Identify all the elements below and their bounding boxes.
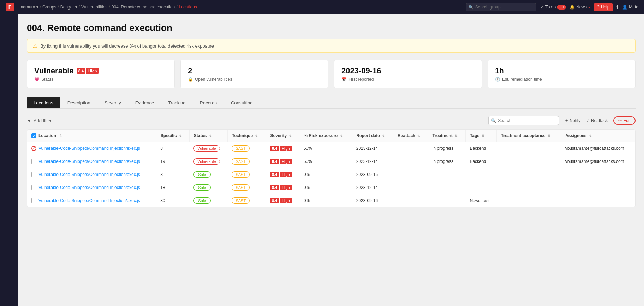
cell-severity-0: 8.4 High [266,142,299,155]
status-badge-3: Safe [193,184,211,191]
todo-item[interactable]: ✓ To do 99+ [541,5,566,10]
todo-label: To do [545,5,556,10]
stat-label-open: 🔒 Open vulnerabilities [188,77,321,82]
cell-technique-0: SAST [227,142,266,155]
col-location-sort[interactable]: ⇅ [59,134,62,137]
edit-icon: ✏ [618,118,622,123]
notify-button[interactable]: ✈ Notify [565,118,580,123]
user-icon: 👤 [622,5,627,10]
help-button[interactable]: ? Help [594,3,613,11]
breadcrumb-imamura[interactable]: Imamura ▾ [18,5,38,10]
sidebar [0,14,18,306]
cell-treatment-3: - [428,181,465,194]
add-filter-label: Add filter [34,118,52,123]
cell-technique-4: SAST [227,194,266,207]
location-link-4[interactable]: Vulnerable-Code-Snippets/Command Injecti… [38,198,140,203]
tab-tracking[interactable]: Tracking [161,97,192,108]
status-badge-4: Safe [193,197,211,204]
news-label: News [576,5,587,10]
cell-specific-0: 8 [156,142,189,155]
severity-cell-3: 8.4 High [270,185,292,190]
location-link-3[interactable]: Vulnerable-Code-Snippets/Command Injecti… [38,185,140,190]
news-item[interactable]: 🔔 News ● [570,5,590,10]
col-ta-sort[interactable]: ⇅ [548,134,550,138]
stat-value-remediation: 1h [495,66,628,75]
breadcrumb-current: Locations [179,5,197,10]
col-technique-sort[interactable]: ⇅ [255,134,258,138]
stat-label-status: 💗 Status [34,77,167,82]
reattack-button[interactable]: ✓ Reattack [586,118,608,123]
tab-consulting[interactable]: Consulting [224,97,259,108]
col-severity-sort[interactable]: ⇅ [289,134,292,138]
tab-locations[interactable]: Locations [27,97,60,108]
tabs: Locations Description Severity Evidence … [27,97,636,109]
col-specific-sort[interactable]: ⇅ [179,134,182,138]
tab-evidence[interactable]: Evidence [129,97,161,108]
cell-technique-1: SAST [227,155,266,168]
col-header-report-date: Report date ⇅ [352,130,393,142]
col-report-sort[interactable]: ⇅ [382,134,385,138]
stat-card-reported: 2023-09-16 📅 First reported [334,60,482,88]
location-link-1[interactable]: Vulnerable-Code-Snippets/Command Injecti… [38,159,140,164]
info-icon[interactable]: ℹ [616,4,619,11]
tab-severity[interactable]: Severity [98,97,128,108]
col-assignees-sort[interactable]: ⇅ [589,134,592,138]
cell-treatment-4: - [428,194,465,207]
stat-label-reported: 📅 First reported [341,77,475,82]
cell-assignees-2: - [561,168,635,181]
cell-tags-2 [465,168,496,181]
cell-treatment-acceptance-1 [497,155,561,168]
reattack-label: Reattack [591,118,608,123]
severity-cell-4: 8.4 High [270,198,292,203]
breadcrumb-vuln-name[interactable]: 004. Remote command execution [112,5,175,10]
tab-description[interactable]: Description [61,97,97,108]
row-checkbox-3[interactable] [31,185,36,190]
cell-specific-1: 19 [156,155,189,168]
col-reattack-sort[interactable]: ⇅ [417,134,420,138]
brand[interactable]: F [6,3,14,11]
breadcrumb-groups[interactable]: Groups [42,5,56,10]
breadcrumb: Imamura ▾ / Groups / Bangor ▾ / Vulnerab… [18,5,461,10]
col-tags-sort[interactable]: ⇅ [482,134,484,138]
cell-severity-4: 8.4 High [266,194,299,207]
edit-button[interactable]: ✏ Edit [613,116,636,125]
breadcrumb-vulnerabilities[interactable]: Vulnerabilities [81,5,107,10]
severity-badge-status: 8.4 High [77,68,99,74]
breadcrumb-bangor[interactable]: Bangor ▾ [60,5,77,10]
cell-treatment-acceptance-3 [497,181,561,194]
cell-tags-4: News, test [465,194,496,207]
cell-location-4: Vulnerable-Code-Snippets/Command Injecti… [27,194,156,207]
cell-status-1: Vulnerable [189,155,227,168]
cell-treatment-acceptance-4 [497,194,561,207]
technique-badge-4: SAST [232,197,250,204]
cell-risk-0: 50% [299,142,352,155]
alert-banner: ⚠ By fixing this vulnerability you will … [27,39,636,53]
locations-table-wrap: ✓ Location ⇅ Specific ⇅ Status ⇅ [27,129,636,207]
table-header-row: ✓ Location ⇅ Specific ⇅ Status ⇅ [27,130,635,142]
tab-records[interactable]: Records [193,97,223,108]
row-checkbox-2[interactable] [31,172,36,177]
user-menu[interactable]: 👤 Mafe [622,5,638,10]
col-header-technique: Technique ⇅ [227,130,266,142]
row-checkbox-0[interactable]: ✓ [31,146,36,151]
search-group-input[interactable] [466,3,536,11]
add-filter-button[interactable]: ▼ Add filter [27,118,52,123]
col-header-treatment-acceptance: Treatment acceptance ⇅ [497,130,561,142]
location-link-0[interactable]: Vulnerable-Code-Snippets/Command Injecti… [38,146,140,151]
stat-card-remediation: 1h 🕐 Est. remediation time [488,60,636,88]
cell-location-0: ✓ Vulnerable-Code-Snippets/Command Injec… [27,142,156,155]
table-search-input[interactable] [488,116,559,125]
calendar-icon: 📅 [341,77,347,82]
select-all-checkbox[interactable]: ✓ [31,133,36,138]
col-status-sort[interactable]: ⇅ [209,134,212,138]
location-link-2[interactable]: Vulnerable-Code-Snippets/Command Injecti… [38,172,140,177]
row-checkbox-4[interactable] [31,198,36,203]
col-treatment-sort[interactable]: ⇅ [455,134,458,138]
warning-icon: ⚠ [33,43,37,49]
col-risk-sort[interactable]: ⇅ [340,134,343,138]
cell-reattack-4 [393,194,428,207]
technique-badge-3: SAST [232,184,250,191]
nav-actions: ✓ To do 99+ 🔔 News ● ? Help ℹ 👤 Mafe [541,3,638,11]
cell-risk-3: 0% [299,181,352,194]
row-checkbox-1[interactable] [31,159,36,164]
